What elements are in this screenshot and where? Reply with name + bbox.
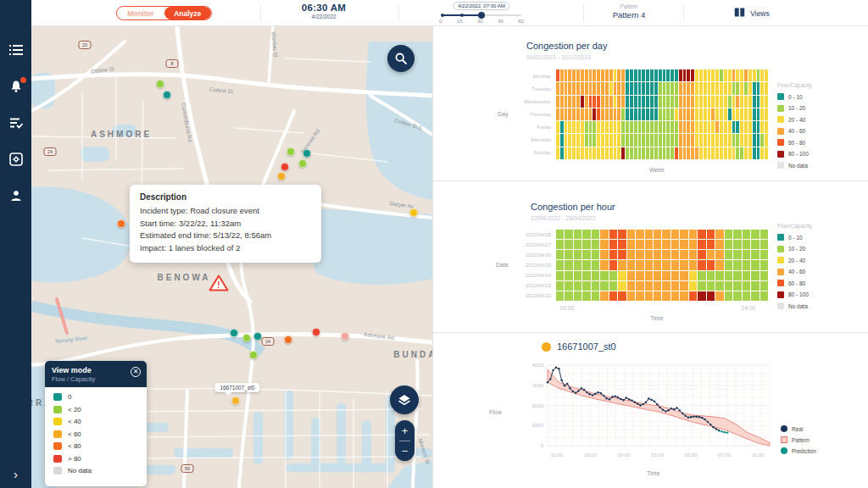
heatmap-cell [680, 250, 687, 259]
heatmap-cell [725, 240, 732, 249]
slider-track[interactable] [442, 14, 521, 16]
heatmap-cell [556, 121, 559, 133]
map-marker[interactable] [156, 80, 164, 88]
close-icon[interactable]: ✕ [131, 367, 141, 377]
incident-warning-icon[interactable]: ! [209, 274, 229, 296]
heatmap-cell [582, 240, 590, 249]
heatmap-cell [654, 271, 661, 280]
heatmap-cell [654, 134, 658, 146]
heatmap-cell [743, 230, 750, 239]
heatmap-cell [617, 82, 620, 94]
heatmap-cell [568, 96, 571, 108]
heatmap-cell [720, 134, 723, 146]
map-marker[interactable] [231, 396, 240, 405]
heatmap-cell [621, 69, 625, 81]
monitor-toggle-button[interactable]: Monitor [117, 7, 164, 19]
map-marker[interactable] [409, 208, 418, 217]
map-marker[interactable] [287, 147, 295, 156]
heatmap-cell [621, 134, 625, 146]
heatmap-cell [736, 108, 739, 120]
map-marker[interactable] [303, 149, 311, 158]
heatmap-cell [645, 230, 653, 239]
view-mode-item: < 20 [53, 406, 138, 413]
legend-item: 0 - 10 [777, 93, 845, 100]
views-button[interactable]: Views [705, 0, 798, 26]
zoom-out-button[interactable]: − [395, 441, 415, 461]
heatmap-cell [576, 108, 580, 120]
heatmap-cell [666, 108, 670, 120]
heatmap-cell [733, 281, 741, 291]
analyze-toggle-button[interactable]: Analyze [164, 7, 212, 19]
heatmap-cell [679, 82, 682, 94]
notifications-bell-icon[interactable] [8, 79, 24, 94]
slider-handle[interactable] [478, 12, 485, 19]
heatmap-cell [699, 108, 703, 120]
map-marker[interactable] [242, 334, 251, 342]
heatmap-cell [621, 108, 625, 120]
heatmap-cell [732, 96, 736, 108]
heatmap-cell [645, 291, 653, 301]
settings-gear-icon[interactable] [8, 152, 24, 167]
heatmap-cell [687, 96, 690, 108]
heatmap-cell [581, 82, 584, 94]
map-marker[interactable] [230, 329, 238, 337]
user-profile-icon[interactable] [8, 188, 24, 203]
heatmap-cell [589, 147, 593, 159]
heatmap-cell [601, 147, 604, 159]
map-search-button[interactable] [387, 45, 415, 72]
heatmap-cell [708, 69, 711, 81]
heatmap-cell [760, 108, 764, 120]
heatmap-cell [597, 82, 600, 94]
svg-text:15:00: 15:00 [584, 452, 598, 458]
map-marker[interactable] [163, 91, 171, 99]
heatmap-cell [556, 134, 559, 146]
map-marker[interactable] [281, 163, 289, 171]
map-layers-button[interactable] [390, 385, 419, 414]
legend-label: > 80 [68, 455, 81, 463]
heatmap-cell [679, 134, 682, 146]
x-tick: 24:00 [742, 305, 755, 311]
heatmap-cell [581, 96, 584, 108]
heatmap-cell [680, 240, 687, 249]
map-marker[interactable] [312, 328, 320, 336]
zoom-in-button[interactable]: + [395, 420, 415, 441]
heatmap-cell [556, 230, 564, 239]
heatmap-cell [671, 271, 679, 280]
tasks-checklist-icon[interactable] [8, 115, 24, 130]
heatmap-cell [659, 121, 662, 133]
sidebar: › [0, 0, 31, 488]
map-marker[interactable] [298, 159, 307, 168]
heatmap-cell [725, 260, 732, 269]
sidebar-expand-chevron-icon[interactable]: › [0, 467, 31, 481]
heatmap-cell [724, 82, 727, 94]
legend-swatch [781, 436, 787, 443]
legend-swatch [777, 302, 784, 309]
x-axis-name: Time [650, 315, 663, 321]
heatmap-cell [662, 250, 670, 259]
heatmap-cell [689, 240, 697, 249]
heatmap-cell [728, 108, 732, 120]
heatmap-cell [609, 230, 617, 239]
list-icon[interactable] [8, 42, 24, 58]
view-mode-legend-panel: View mode Flow / Capacity ✕ 0< 20< 40< 6… [45, 361, 147, 486]
map-marker[interactable] [117, 219, 125, 228]
map-marker[interactable] [341, 332, 349, 341]
heatmap-cell [753, 121, 756, 133]
heatmap-cell [574, 250, 581, 259]
heatmap-cell [593, 147, 596, 159]
legend-swatch [781, 447, 787, 454]
heatmap-cell [574, 281, 581, 291]
map-marker[interactable] [284, 336, 292, 344]
heatmap-cell [679, 96, 682, 108]
heatmap-row-label: Sunday [508, 147, 556, 159]
map-marker[interactable] [277, 172, 286, 180]
heatmap-cell [699, 134, 703, 146]
date-value: 4/22/2022 [273, 14, 375, 19]
pattern-selector[interactable]: Pattern Pattern 4 [587, 3, 671, 19]
map[interactable]: Cotlew StCotlew StCotlew St ECurrumburra… [31, 26, 432, 488]
heatmap-cell [636, 281, 643, 291]
heatmap-row-label: 2022/04/28 [508, 230, 556, 240]
heatmap-cell [638, 96, 642, 108]
map-marker[interactable] [249, 351, 258, 359]
map-marker[interactable] [253, 332, 262, 341]
